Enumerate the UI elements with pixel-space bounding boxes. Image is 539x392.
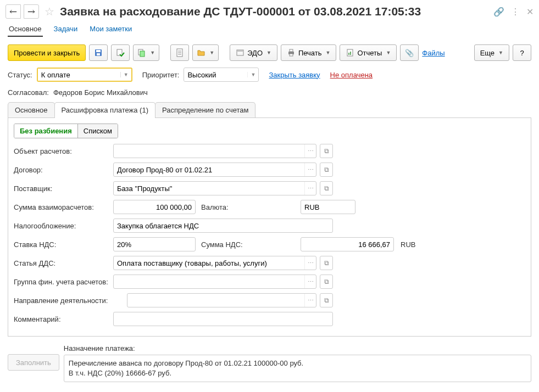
supplier-open-icon[interactable]: ⧉ bbox=[320, 181, 333, 195]
close-request-link[interactable]: Закрыть заявку bbox=[269, 71, 320, 79]
print-label: Печать bbox=[298, 49, 322, 57]
vat-sum-label: Сумма НДС: bbox=[201, 240, 297, 249]
vat-rate-field[interactable] bbox=[113, 237, 196, 251]
reports-button[interactable]: Отчеты ▼ bbox=[340, 44, 397, 61]
vat-rate-input[interactable] bbox=[114, 238, 195, 250]
tax-field[interactable] bbox=[113, 219, 333, 233]
svg-rect-16 bbox=[350, 52, 351, 55]
priority-dropdown-icon[interactable]: ▼ bbox=[247, 72, 258, 77]
currency-input[interactable] bbox=[301, 201, 355, 213]
currency-field[interactable] bbox=[301, 200, 355, 214]
print-button[interactable]: Печать ▼ bbox=[281, 44, 337, 61]
status-row: Статус: ▼ Приоритет: ▼ Закрыть заявку Не… bbox=[0, 68, 539, 88]
doc-button[interactable] bbox=[170, 44, 189, 61]
bottom-area: Заполнить Назначение платежа: Перечислен… bbox=[0, 337, 539, 390]
direction-field[interactable]: ⋯ bbox=[127, 293, 316, 307]
reports-label: Отчеты bbox=[357, 49, 382, 57]
contract-input[interactable] bbox=[114, 164, 304, 176]
section-tab-tasks[interactable]: Задачи bbox=[53, 22, 79, 37]
direction-input[interactable] bbox=[127, 294, 304, 306]
supplier-input[interactable] bbox=[114, 182, 304, 194]
post-button[interactable] bbox=[111, 44, 130, 61]
dds-open-icon[interactable]: ⧉ bbox=[320, 256, 333, 270]
supplier-select-icon[interactable]: ⋯ bbox=[304, 182, 316, 195]
copy-icon bbox=[137, 48, 146, 57]
mode-no-split[interactable]: Без разбиения bbox=[14, 124, 77, 138]
tab-main[interactable]: Основное bbox=[8, 102, 55, 117]
contract-open-icon[interactable]: ⧉ bbox=[320, 163, 333, 177]
currency-label: Валюта: bbox=[201, 203, 297, 211]
section-tabs: Основное Задачи Мои заметки bbox=[0, 22, 539, 37]
paperclip-icon: 📎 bbox=[405, 49, 414, 57]
fingroup-input[interactable] bbox=[114, 276, 304, 288]
priority-label: Приоритет: bbox=[142, 71, 180, 79]
object-input[interactable] bbox=[114, 145, 304, 157]
favorite-star-icon[interactable]: ☆ bbox=[45, 5, 54, 18]
save-button[interactable] bbox=[89, 44, 108, 61]
status-dropdown-icon[interactable]: ▼ bbox=[120, 72, 131, 77]
related-button[interactable]: ▼ bbox=[192, 44, 219, 61]
vat-sum-input[interactable] bbox=[301, 238, 393, 250]
status-label: Статус: bbox=[8, 71, 32, 79]
contract-field[interactable]: ⋯ bbox=[113, 163, 316, 177]
files-link[interactable]: Файлы bbox=[422, 49, 444, 57]
purpose-textarea[interactable]: Перечисление аванса по договору Прод-80 … bbox=[64, 355, 531, 382]
object-field[interactable]: ⋯ bbox=[113, 144, 316, 158]
nav-forward-button[interactable]: 🡒 bbox=[24, 4, 39, 19]
approved-row: Согласовал: Федоров Борис Михайлович bbox=[0, 88, 539, 102]
comment-input[interactable] bbox=[114, 313, 332, 325]
svg-rect-5 bbox=[140, 51, 145, 57]
kebab-menu-icon[interactable]: ⋮ bbox=[511, 7, 520, 17]
direction-select-icon[interactable]: ⋯ bbox=[304, 294, 316, 307]
approved-value: Федоров Борис Михайлович bbox=[53, 88, 148, 97]
status-field[interactable]: ▼ bbox=[37, 68, 132, 82]
vat-rate-label: Ставка НДС: bbox=[14, 240, 110, 249]
fingroup-open-icon[interactable]: ⧉ bbox=[320, 275, 333, 289]
supplier-label: Поставщик: bbox=[14, 184, 110, 193]
vat-sum-field[interactable] bbox=[301, 237, 394, 251]
more-button[interactable]: Еще ▼ bbox=[474, 44, 509, 61]
mode-toggle: Без разбиения Списком bbox=[14, 124, 118, 138]
post-icon bbox=[116, 48, 125, 57]
fill-button[interactable]: Заполнить bbox=[8, 354, 59, 371]
fingroup-select-icon[interactable]: ⋯ bbox=[304, 275, 316, 288]
section-tab-notes[interactable]: Мои заметки bbox=[88, 22, 133, 37]
create-based-on-button[interactable]: ▼ bbox=[133, 44, 159, 61]
fingroup-field[interactable]: ⋯ bbox=[113, 275, 316, 289]
sum-field[interactable] bbox=[113, 200, 196, 214]
dds-field[interactable]: ⋯ bbox=[113, 256, 316, 270]
contract-select-icon[interactable]: ⋯ bbox=[304, 163, 316, 176]
comment-field[interactable] bbox=[113, 312, 333, 326]
help-button[interactable]: ? bbox=[513, 44, 531, 61]
status-input[interactable] bbox=[38, 69, 120, 81]
priority-field[interactable]: ▼ bbox=[184, 68, 259, 82]
post-and-close-button[interactable]: Провести и закрыть bbox=[8, 44, 86, 61]
tax-input[interactable] bbox=[114, 220, 332, 232]
tab-detail[interactable]: Расшифровка платежа (1) bbox=[54, 102, 155, 117]
object-select-icon[interactable]: ⋯ bbox=[304, 144, 316, 158]
dds-select-icon[interactable]: ⋯ bbox=[304, 256, 316, 270]
tab-accounts[interactable]: Распределение по счетам bbox=[155, 102, 255, 117]
nav-back-button[interactable]: 🡐 bbox=[5, 4, 21, 19]
printer-icon bbox=[287, 48, 296, 57]
edo-label: ЭДО bbox=[247, 49, 263, 57]
direction-label: Направление деятельности: bbox=[14, 296, 124, 305]
link-icon[interactable]: 🔗 bbox=[493, 7, 504, 17]
dds-input[interactable] bbox=[114, 257, 304, 269]
attach-button[interactable]: 📎 bbox=[400, 44, 419, 61]
approved-label: Согласовал: bbox=[8, 88, 49, 97]
direction-open-icon[interactable]: ⧉ bbox=[320, 293, 333, 307]
priority-input[interactable] bbox=[184, 69, 247, 81]
not-paid-link[interactable]: Не оплачена bbox=[330, 71, 373, 79]
tab-panel: Без разбиения Списком Объект расчетов: ⋯… bbox=[8, 118, 531, 337]
sum-input[interactable] bbox=[114, 201, 195, 213]
sum-label: Сумма взаиморасчетов: bbox=[14, 203, 110, 211]
doc-icon bbox=[175, 48, 184, 57]
object-open-icon[interactable]: ⧉ bbox=[320, 144, 333, 158]
mode-list[interactable]: Списком bbox=[77, 124, 118, 138]
section-tab-main[interactable]: Основное bbox=[8, 22, 43, 37]
close-icon[interactable]: ✕ bbox=[526, 7, 534, 17]
supplier-field[interactable]: ⋯ bbox=[113, 181, 316, 195]
edo-button[interactable]: ЭДО ▼ bbox=[230, 44, 277, 61]
object-label: Объект расчетов: bbox=[14, 147, 110, 155]
